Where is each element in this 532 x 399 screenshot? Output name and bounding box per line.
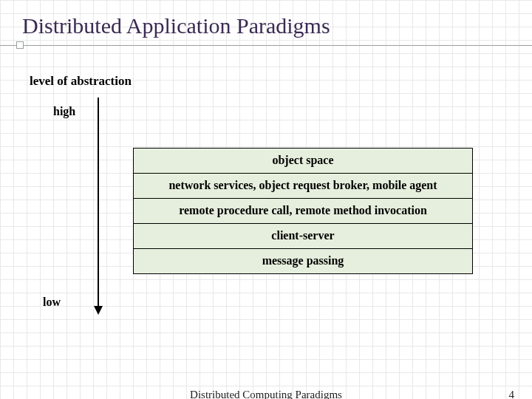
content-area: level of abstraction high low object spa… bbox=[0, 52, 532, 369]
axis-label: level of abstraction bbox=[30, 74, 132, 89]
layer-object-space: object space bbox=[134, 149, 472, 174]
label-low: low bbox=[43, 296, 61, 309]
title-area: Distributed Application Paradigms bbox=[22, 13, 510, 38]
layer-message-passing: message passing bbox=[134, 249, 472, 273]
footer-title: Distributed Computing Paradigms bbox=[0, 389, 532, 399]
slide-title: Distributed Application Paradigms bbox=[22, 13, 510, 38]
layer-rpc-rmi: remote procedure call, remote method inv… bbox=[134, 199, 472, 224]
paradigm-stack: object space network services, object re… bbox=[133, 148, 473, 274]
abstraction-arrow-icon bbox=[98, 98, 99, 313]
title-underline bbox=[0, 44, 532, 47]
page-number: 4 bbox=[509, 389, 515, 399]
underline-square-icon bbox=[16, 41, 24, 49]
layer-client-server: client-server bbox=[134, 224, 472, 249]
label-high: high bbox=[53, 105, 75, 118]
layer-network-services: network services, object request broker,… bbox=[134, 174, 472, 199]
underline-line bbox=[0, 45, 532, 46]
